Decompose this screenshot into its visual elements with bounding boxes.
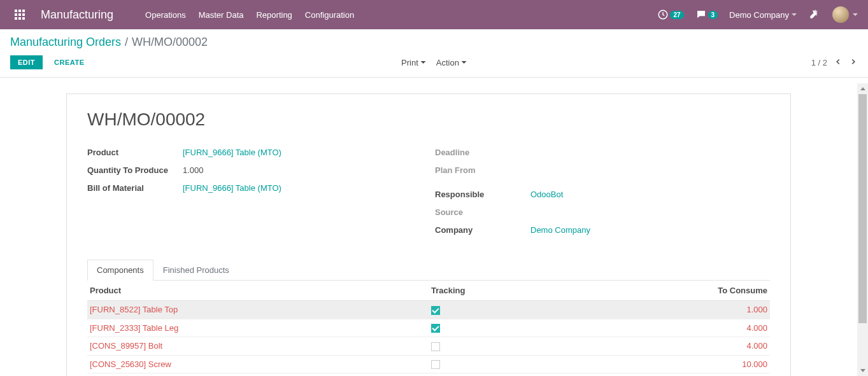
- table-row[interactable]: [FURN_8522] Table Top 1.000: [87, 301, 770, 319]
- discuss-icon: [695, 9, 707, 20]
- row-consume: 4.000: [746, 341, 767, 351]
- edit-button[interactable]: EDIT: [10, 55, 43, 69]
- activities-button[interactable]: 27: [657, 9, 683, 20]
- bom-field-value[interactable]: [FURN_9666] Table (MTO): [183, 183, 281, 193]
- tab-components[interactable]: Components: [87, 260, 153, 281]
- top-navbar: Manufacturing Operations Master Data Rep…: [0, 0, 868, 29]
- row-tracking-checked: [431, 324, 440, 333]
- debug-button[interactable]: [808, 9, 818, 21]
- company-field-value[interactable]: Demo Company: [530, 225, 590, 235]
- main-menu: Operations Master Data Reporting Configu…: [139, 0, 360, 29]
- planfrom-field-label: Plan From: [435, 165, 530, 175]
- apps-grid-icon: [15, 10, 25, 20]
- row-product[interactable]: [FURN_8522] Table Top: [90, 305, 178, 314]
- bug-icon: [808, 9, 818, 19]
- row-tracking-unchecked: [431, 360, 440, 369]
- caret-down-icon: [421, 61, 426, 64]
- chevron-right-icon: [849, 57, 858, 66]
- vertical-scrollbar[interactable]: [857, 83, 868, 376]
- user-menu[interactable]: [830, 6, 858, 23]
- breadcrumb: Manufacturing Orders / WH/MO/00002: [0, 29, 868, 52]
- pager-text: 1 / 2: [811, 58, 827, 67]
- th-consume[interactable]: To Consume: [599, 281, 770, 301]
- company-switcher[interactable]: Demo Company: [729, 10, 797, 20]
- app-brand[interactable]: Manufacturing: [41, 8, 113, 22]
- apps-menu-button[interactable]: [10, 5, 29, 24]
- responsible-field-label: Responsible: [435, 190, 530, 199]
- create-button[interactable]: CREATE: [46, 55, 92, 69]
- row-product[interactable]: [CONS_25630] Screw: [90, 359, 171, 369]
- row-product[interactable]: [FURN_2333] Table Leg: [90, 323, 178, 333]
- content-area: WH/MO/00002 Product [FURN_9666] Table (M…: [0, 83, 857, 376]
- breadcrumb-separator: /: [125, 36, 128, 49]
- messages-button[interactable]: 3: [695, 9, 718, 20]
- menu-reporting[interactable]: Reporting: [250, 0, 298, 29]
- row-tracking-unchecked: [431, 342, 440, 351]
- source-field-label: Source: [435, 207, 530, 217]
- caret-down-icon: [792, 13, 797, 16]
- menu-master-data[interactable]: Master Data: [192, 0, 250, 29]
- row-consume: 10.000: [742, 359, 767, 369]
- product-field-value[interactable]: [FURN_9666] Table (MTO): [183, 148, 281, 157]
- qty-field-label: Quantity To Produce: [87, 165, 183, 175]
- clock-icon: [657, 9, 669, 20]
- action-dropdown[interactable]: Action: [436, 58, 467, 67]
- activities-count: 27: [670, 11, 683, 19]
- th-tracking[interactable]: Tracking: [429, 281, 599, 301]
- scroll-down-arrow[interactable]: [857, 365, 868, 376]
- row-product[interactable]: [CONS_89957] Bolt: [90, 341, 162, 351]
- nav-right: 27 3 Demo Company: [657, 6, 858, 23]
- deadline-field-label: Deadline: [435, 148, 530, 157]
- table-row[interactable]: [CONS_25630] Screw 10.000: [87, 355, 770, 373]
- form-sheet: WH/MO/00002 Product [FURN_9666] Table (M…: [66, 94, 791, 376]
- breadcrumb-root[interactable]: Manufacturing Orders: [10, 36, 121, 49]
- print-dropdown[interactable]: Print: [401, 58, 426, 67]
- row-consume: 4.000: [746, 323, 767, 333]
- menu-operations[interactable]: Operations: [139, 0, 192, 29]
- scroll-up-arrow[interactable]: [857, 83, 868, 94]
- control-panel: EDIT CREATE Print Action 1 / 2: [0, 52, 868, 78]
- th-product[interactable]: Product: [87, 281, 429, 301]
- table-row[interactable]: [CONS_89957] Bolt 4.000: [87, 337, 770, 356]
- user-avatar: [832, 6, 849, 23]
- caret-down-icon: [853, 13, 858, 16]
- company-label: Demo Company: [729, 10, 789, 20]
- pager-next[interactable]: [849, 57, 858, 68]
- pager-prev[interactable]: [834, 57, 843, 68]
- row-consume: 1.000: [746, 305, 767, 314]
- messages-count: 3: [708, 11, 718, 19]
- action-label: Action: [436, 58, 459, 67]
- record-title: WH/MO/00002: [87, 109, 770, 130]
- responsible-field-value[interactable]: OdooBot: [530, 190, 563, 199]
- caret-down-icon: [462, 61, 467, 64]
- company-field-label: Company: [435, 225, 530, 235]
- scrollbar-thumb[interactable]: [858, 94, 867, 323]
- qty-field-value: 1.000: [183, 165, 204, 175]
- product-field-label: Product: [87, 148, 183, 157]
- table-row[interactable]: [FURN_2333] Table Leg 4.000: [87, 319, 770, 337]
- field-column-right: Deadline Plan From Responsible OdooBot S…: [435, 145, 770, 240]
- menu-configuration[interactable]: Configuration: [299, 0, 360, 29]
- breadcrumb-current: WH/MO/00002: [132, 36, 208, 49]
- print-label: Print: [401, 58, 418, 67]
- components-table: Product Tracking To Consume [FURN_8522] …: [87, 281, 770, 373]
- bom-field-label: Bill of Material: [87, 183, 183, 193]
- tabs: Components Finished Products: [87, 260, 770, 281]
- tab-finished[interactable]: Finished Products: [153, 260, 239, 280]
- chevron-left-icon: [834, 57, 843, 66]
- field-column-left: Product [FURN_9666] Table (MTO) Quantity…: [87, 145, 422, 240]
- row-tracking-checked: [431, 306, 440, 315]
